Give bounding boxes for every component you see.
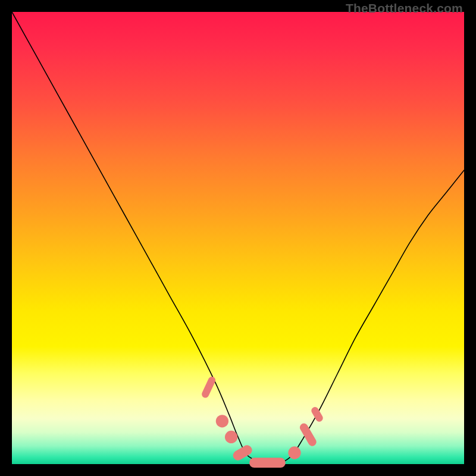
chart-frame: TheBottleneck.com bbox=[0, 0, 476, 476]
curve-marker bbox=[231, 443, 254, 462]
plot-area bbox=[12, 12, 464, 464]
chart-svg bbox=[12, 12, 464, 464]
curve-markers bbox=[201, 375, 324, 468]
curve-marker bbox=[249, 458, 286, 468]
bottleneck-curve bbox=[12, 12, 464, 464]
curve-marker bbox=[310, 406, 324, 423]
curve-marker bbox=[288, 446, 300, 459]
watermark-text: TheBottleneck.com bbox=[346, 1, 463, 15]
curve-marker bbox=[298, 422, 318, 447]
curve-marker bbox=[225, 431, 237, 443]
curve-marker bbox=[201, 375, 217, 399]
curve-marker bbox=[216, 415, 228, 427]
